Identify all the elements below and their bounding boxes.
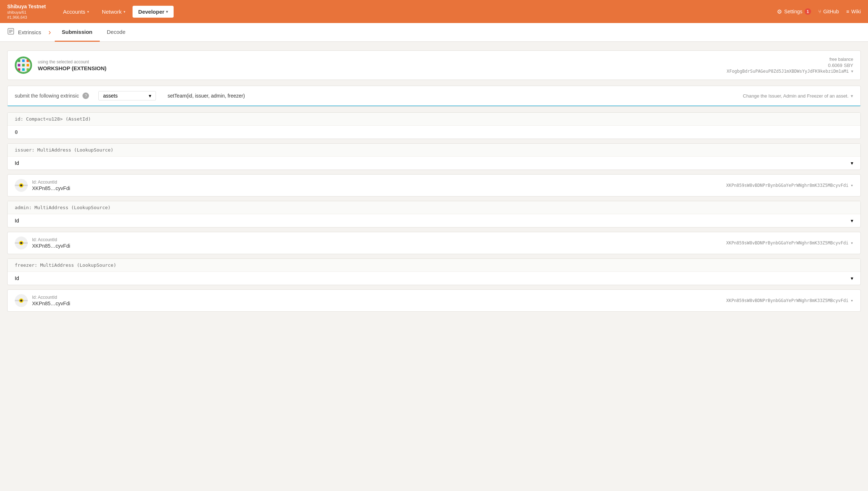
issuer-type-value: Id [15,160,19,166]
svg-rect-8 [18,64,20,67]
admin-id-full-container: XKPn859sW8vBDNPrBynbGGaYePrWNghr8mK33Z5M… [726,240,853,246]
freezer-field-label: freezer: MultiAddress (LookupSource) [8,259,860,272]
pallet-select[interactable]: assets ▾ [98,91,156,100]
extrinsics-icon [7,28,14,37]
account-address: XFogbgBdrSuPAGeuP8Zd5J1mXBDWsYyJdFK9kebz… [726,69,853,74]
balance-label: free balance [726,57,853,62]
admin-id-info: Id: AccountId XKPn85…cyvFdi [32,237,722,249]
id-field-value [8,126,860,139]
sub-nav-brand: Extrinsics [7,28,41,37]
extrinsic-header: submit the following extrinsic ? assets … [8,86,860,106]
issuer-id-full-value: XKPn859sW8vBDNPrBynbGGaYePrWNghr8mK33Z5M… [726,183,849,188]
admin-field-label: admin: MultiAddress (LookupSource) [8,201,860,214]
main-content: using the selected account WORKSHOP (EXT… [0,42,868,325]
freezer-dropdown-icon[interactable]: ▾ [851,298,853,303]
issuer-id-label: Id: AccountId [32,180,722,185]
brand-info: Shibuya Testnet shibuya/61 #1,966,643 [7,3,46,20]
developer-label: Developer [138,9,165,15]
pallet-chevron: ▾ [149,93,151,99]
address-value: XFogbgBdrSuPAGeuP8Zd5J1mXBDWsYyJdFK9kebz… [726,69,849,74]
nav-accounts[interactable]: Accounts ▾ [57,6,95,18]
header-right: ⚙ Settings 1 ⑂ GitHub ≡ Wiki [777,8,861,15]
admin-id-full-value: XKPn859sW8vBDNPrBynbGGaYePrWNghr8mK33Z5M… [726,240,849,246]
admin-type-value: Id [15,218,19,224]
balance-value: 0.6069 SBY [726,62,853,68]
address-dropdown-icon[interactable]: ▾ [851,69,853,74]
settings-label: Settings [784,9,802,14]
freezer-id-label: Id: AccountId [32,295,722,300]
avatar [15,57,32,74]
main-nav: Accounts ▾ Network ▾ Developer ▾ [57,6,777,18]
freezer-id-full-value: XKPn859sW8vBDNPrBynbGGaYePrWNghr8mK33Z5M… [726,298,849,303]
svg-rect-18 [15,185,28,186]
main-header: Shibuya Testnet shibuya/61 #1,966,643 Ac… [0,0,868,23]
accounts-label: Accounts [63,9,85,15]
help-icon[interactable]: ? [82,93,89,99]
id-field-group: id: Compact<u128> (AssetId) [7,112,861,139]
account-info: using the selected account WORKSHOP (EXT… [38,59,721,71]
freezer-avatar [15,294,28,307]
developer-chevron: ▾ [166,10,168,14]
wiki-icon: ≡ [846,9,849,14]
issuer-id-full-container: XKPn859sW8vBDNPrBynbGGaYePrWNghr8mK33Z5M… [726,183,853,188]
admin-id-short: XKPn85…cyvFdi [32,243,722,249]
admin-type-chevron: ▾ [851,218,853,224]
nav-developer[interactable]: Developer ▾ [133,6,174,18]
svg-rect-26 [15,300,28,301]
extrinsic-title: submit the following extrinsic [15,93,79,99]
issuer-field-label: issuer: MultiAddress (LookupSource) [8,144,860,157]
github-icon: ⑂ [818,9,821,14]
account-name: WORKSHOP (EXTENSION) [38,65,721,71]
network-name: Shibuya Testnet [7,3,46,10]
github-label: GitHub [823,9,839,14]
issuer-id-short: XKPn85…cyvFdi [32,185,722,191]
wiki-link[interactable]: ≡ Wiki [846,9,861,14]
svg-rect-22 [15,242,28,244]
freezer-type-select[interactable]: Id ▾ [8,272,860,285]
account-balance: free balance 0.6069 SBY XFogbgBdrSuPAGeu… [726,57,853,74]
issuer-avatar [15,179,28,192]
admin-avatar [15,237,28,249]
settings-badge: 1 [805,8,811,15]
admin-field-group: admin: MultiAddress (LookupSource) Id ▾ [7,201,861,228]
admin-account-row: Id: AccountId XKPn85…cyvFdi XKPn859sW8vB… [7,232,861,254]
network-chevron: ▾ [124,10,125,14]
sub-navigation: Extrinsics › Submission Decode [0,23,868,42]
freezer-id-full-container: XKPn859sW8vBDNPrBynbGGaYePrWNghr8mK33Z5M… [726,298,853,303]
id-input[interactable] [15,129,853,135]
tab-submission[interactable]: Submission [55,23,100,42]
issuer-account-row: Id: AccountId XKPn85…cyvFdi XKPn859sW8vB… [7,174,861,197]
account-section: using the selected account WORKSHOP (EXT… [7,50,861,80]
admin-type-select[interactable]: Id ▾ [8,214,860,227]
accounts-chevron: ▾ [87,10,89,14]
network-id: shibuya/61 [7,10,46,15]
github-link[interactable]: ⑂ GitHub [818,9,839,14]
desc-chevron[interactable]: ▾ [851,93,853,99]
svg-rect-6 [22,59,25,62]
freezer-type-value: Id [15,275,19,281]
id-field-label: id: Compact<u128> (AssetId) [8,113,860,126]
issuer-dropdown-icon[interactable]: ▾ [851,183,853,188]
pallet-value: assets [103,93,117,99]
nav-separator: › [48,28,51,37]
issuer-type-chevron: ▾ [851,160,853,166]
freezer-field-group: freezer: MultiAddress (LookupSource) Id … [7,258,861,285]
issuer-type-select[interactable]: Id ▾ [8,157,860,170]
tab-decode[interactable]: Decode [100,23,133,42]
freezer-id-short: XKPn85…cyvFdi [32,301,722,306]
freezer-account-row: Id: AccountId XKPn85…cyvFdi XKPn859sW8vB… [7,289,861,312]
svg-rect-10 [27,64,29,67]
balance-unit: SBY [844,63,853,68]
freezer-type-chevron: ▾ [851,275,853,281]
account-label: using the selected account [38,59,721,64]
admin-id-label: Id: AccountId [32,237,722,242]
settings-gear-icon: ⚙ [777,8,782,15]
settings-button[interactable]: ⚙ Settings 1 [777,8,811,15]
block-number: #1,966,643 [7,15,46,20]
freezer-id-info: Id: AccountId XKPn85…cyvFdi [32,295,722,306]
issuer-id-info: Id: AccountId XKPn85…cyvFdi [32,180,722,191]
admin-dropdown-icon[interactable]: ▾ [851,240,853,246]
nav-network[interactable]: Network ▾ [96,6,131,18]
method-description: Change the Issuer, Admin and Freezer of … [743,93,853,99]
network-label: Network [102,9,122,15]
